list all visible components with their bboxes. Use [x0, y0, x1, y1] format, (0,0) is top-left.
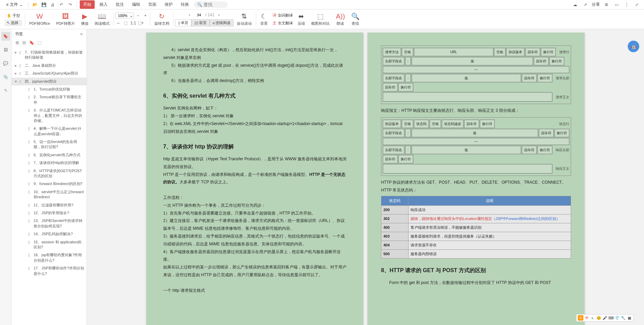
- play-button[interactable]: ▶播放: [78, 12, 91, 27]
- comment-tab-icon[interactable]: 💬: [1, 59, 10, 68]
- tab-protect[interactable]: 保护: [161, 0, 176, 9]
- bookmark-item[interactable]: ▯4、解释一下什么是servlet;什么是servlet容器;: [12, 125, 87, 138]
- assistant-float-button[interactable]: 🤖: [628, 41, 639, 52]
- ime-punct-icon[interactable]: •,: [590, 315, 595, 321]
- print-icon[interactable]: 🖨: [49, 1, 56, 8]
- settings-icon[interactable]: ⚙: [603, 1, 610, 8]
- select-tool[interactable]: ↖选择: [5, 20, 22, 26]
- window-icon[interactable]: ▭: [613, 1, 620, 8]
- ime-toolbar[interactable]: S 中 •, 😊 🎤 ⌨ 👕 🔧 ▦: [576, 314, 634, 322]
- file-menu-button[interactable]: ≡ 文件 ⌄: [3, 1, 25, 8]
- bookmark-item[interactable]: ▯2、Tomcat根目录下有哪些文件: [12, 93, 87, 106]
- attachment-tab-icon[interactable]: 📎: [1, 73, 10, 81]
- rotate-button[interactable]: ↻旋转文档: [152, 12, 172, 27]
- bookmark-icon[interactable]: ⬚: [38, 40, 41, 45]
- compress-button[interactable]: ⬌压缩: [295, 12, 308, 27]
- tab-insert[interactable]: 插入: [96, 0, 111, 9]
- bookmark-item[interactable]: ▯7、谈谈你对http协议的理解: [12, 159, 87, 167]
- bookmark-item[interactable]: ▯15、session 和 application的区别?: [12, 238, 87, 251]
- bookmark-tree[interactable]: ▸▯7、行级标签转换级标签，块级标签转行级标签▸▯二、Java 基础部分▸▯三、…: [12, 48, 87, 325]
- bookmark-item[interactable]: ▯5、说一说Servlet的生命周期，执行过程?: [12, 138, 87, 151]
- expand-icon[interactable]: ▸: [15, 71, 19, 76]
- bookmark-item[interactable]: ▯13、JSP和Servlet中的请求转发分别如何实现?: [12, 217, 87, 230]
- ime-mic-icon[interactable]: 🎤: [602, 315, 608, 321]
- continuous-button[interactable]: ≡连续阅读: [210, 19, 233, 26]
- full-translate-button[interactable]: 文全文翻译: [271, 20, 294, 27]
- tab-page[interactable]: 页面: [145, 0, 160, 9]
- tab-convert[interactable]: 转换: [177, 0, 192, 9]
- ime-toolbox-icon[interactable]: 🔧: [621, 315, 626, 321]
- close-panel-icon[interactable]: ✕: [80, 32, 83, 37]
- bookmark-item[interactable]: ▯10、servlet中怎么定义forward 和redirect: [12, 188, 87, 201]
- zoom-in-icon[interactable]: +: [143, 13, 149, 19]
- more-icon[interactable]: ⋮: [623, 1, 630, 8]
- collapse-all-icon[interactable]: ⊟: [22, 40, 26, 45]
- screenshot-button[interactable]: ⬚截图和对比: [308, 12, 333, 27]
- bookmark-tab-icon[interactable]: 🔖: [1, 32, 10, 41]
- open-icon[interactable]: 📂: [31, 1, 39, 8]
- page-input[interactable]: [194, 13, 204, 17]
- bookmark-item[interactable]: ▾▯四、jsp/servlet部分: [12, 78, 87, 85]
- tab-edit[interactable]: 编辑: [129, 0, 144, 9]
- bookmark-item[interactable]: ▯9、forward 和redirect的区别?: [12, 180, 87, 188]
- redo-icon[interactable]: ↷: [67, 1, 74, 8]
- add-bookmark-icon[interactable]: 🔖: [29, 40, 34, 45]
- bookmark-item[interactable]: ▯17、JSP有哪些动作?作用分别是什么?: [12, 264, 87, 278]
- expand-icon[interactable]: ▸: [15, 50, 19, 55]
- expand-icon[interactable]: ▾: [15, 79, 19, 84]
- bookmark-item[interactable]: ▯6、实例化servlet有几种方式: [12, 151, 87, 159]
- expand-icon[interactable]: ▸: [15, 63, 19, 68]
- bookmark-item[interactable]: ▸▯7、行级标签转换级标签，块级标签转行级标签: [12, 48, 87, 62]
- share-icon[interactable]: ↗: [582, 1, 589, 8]
- background-button[interactable]: ☾背景: [258, 12, 270, 27]
- ime-lang[interactable]: 中: [584, 315, 589, 321]
- zoom-out-icon[interactable]: −: [135, 13, 141, 19]
- document-viewer[interactable]: 4）servlet 首先会实例化（构造），然后初始化执行 init()方法，in…: [87, 29, 644, 325]
- hand-tool[interactable]: ✋手型: [5, 13, 22, 19]
- tab-comment[interactable]: 批注: [112, 0, 127, 9]
- save-icon[interactable]: 💾: [40, 1, 48, 8]
- sogou-icon[interactable]: S: [578, 315, 583, 321]
- marquee-zoom-icon[interactable]: ⬚+: [138, 20, 144, 26]
- search-input[interactable]: [204, 2, 224, 7]
- ime-skin-icon[interactable]: 👕: [614, 315, 620, 321]
- bookmark-item[interactable]: ▯1、Tomcat的优化经验: [12, 85, 87, 93]
- next-page-icon[interactable]: ›: [216, 12, 222, 18]
- word-translate-button[interactable]: 译划词翻译: [271, 12, 294, 19]
- pdf-to-image-button[interactable]: 🖼PDF转图片: [54, 12, 78, 27]
- share-label[interactable]: 分享: [592, 2, 600, 7]
- auto-scroll-button[interactable]: ⇅自动滚动: [234, 12, 254, 27]
- zoom-input[interactable]: [116, 14, 130, 18]
- tab-start[interactable]: 开始: [80, 0, 95, 9]
- double-page-button[interactable]: ▯▯双页: [191, 19, 210, 26]
- fit-width-icon[interactable]: ↔: [115, 20, 121, 26]
- ime-keyboard-icon[interactable]: ⌨: [608, 315, 614, 321]
- cloud-icon[interactable]: ☁: [571, 1, 579, 8]
- single-page-button[interactable]: ▯单页: [175, 19, 191, 26]
- expand-all-icon[interactable]: ⊞: [16, 40, 19, 45]
- search-box[interactable]: 🔍: [194, 1, 228, 8]
- fit-page-icon[interactable]: ⬚: [123, 20, 129, 26]
- bookmark-item[interactable]: ▯11、过滤器有哪些作用?: [12, 201, 87, 209]
- bookmark-item[interactable]: ▸▯二、Java 基础部分: [12, 62, 87, 69]
- bookmark-item[interactable]: ▸▯三、JavaScript/JQuery/Ajax部分: [12, 69, 87, 77]
- undo-icon[interactable]: ↶: [58, 1, 65, 8]
- prev-page-icon[interactable]: ‹: [186, 12, 192, 18]
- ime-menu-icon[interactable]: ▦: [627, 315, 632, 321]
- signature-tab-icon[interactable]: ✎: [1, 86, 10, 95]
- thumbnail-tab-icon[interactable]: 🖼: [1, 45, 10, 54]
- bookmark-item[interactable]: ▯14、JSP乱码如何解决?: [12, 230, 87, 238]
- ime-emoji-icon[interactable]: 😊: [596, 315, 602, 321]
- chevron-down-icon[interactable]: ⌄: [130, 13, 133, 18]
- pdf-to-office-button[interactable]: WPDF转Office: [26, 12, 53, 27]
- read-aloud-button[interactable]: A))朗读: [333, 12, 348, 27]
- bookmark-item[interactable]: ▯8、HTTP请求的GET与POST方式的区别: [12, 167, 87, 180]
- actual-size-icon[interactable]: 1:1: [130, 20, 136, 26]
- bookmark-item[interactable]: ▯16、jsp有哪些内置对象?作用分别是什么?: [12, 251, 87, 264]
- expand-icon[interactable]: ⤢: [633, 1, 641, 8]
- find-button[interactable]: 🔍查找: [348, 12, 362, 27]
- zoom-combo[interactable]: ⌄: [115, 13, 134, 19]
- read-mode-button[interactable]: 📖阅读模式: [92, 12, 112, 27]
- bookmark-item[interactable]: ▯12、JSP的常用指令?: [12, 209, 87, 217]
- bookmark-item[interactable]: ▯3、什么是TOMCAT,怎样启动停止，配置文件，日志文件的存储。: [12, 106, 87, 125]
